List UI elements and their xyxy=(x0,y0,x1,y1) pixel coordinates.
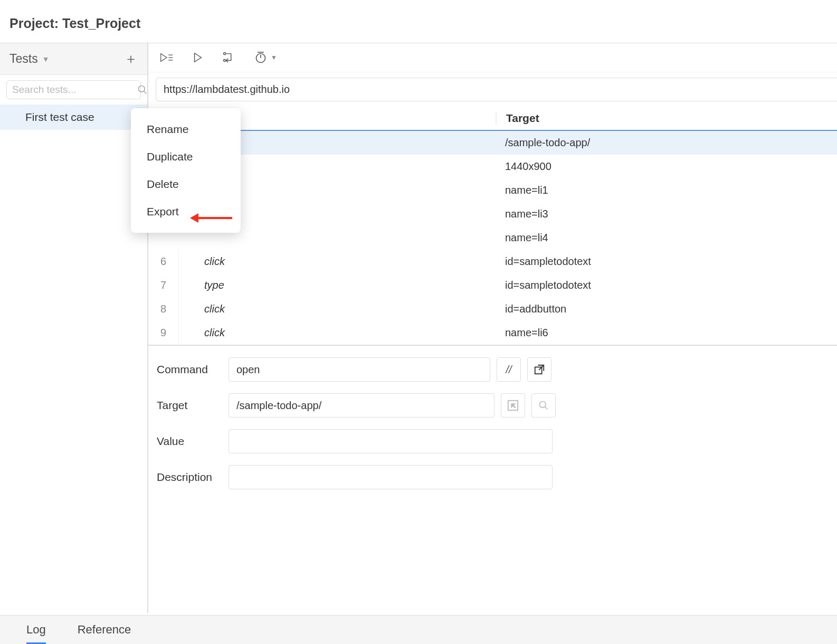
row-target: id=addbutton xyxy=(496,303,837,315)
row-command: click xyxy=(179,303,496,315)
command-row[interactable]: 6clickid=sampletodotext xyxy=(148,250,837,273)
svg-point-0 xyxy=(139,86,145,92)
svg-point-7 xyxy=(224,53,226,55)
command-row[interactable]: 7typeid=sampletodotext xyxy=(148,273,837,297)
test-list-item-label: First test case xyxy=(25,111,94,123)
menu-item-export[interactable]: Export xyxy=(131,198,241,225)
project-name: Test_Project xyxy=(62,16,140,31)
find-target-button[interactable] xyxy=(531,393,556,418)
base-url-input[interactable]: https://lambdatest.github.io xyxy=(156,78,837,101)
base-url-value: https://lambdatest.github.io xyxy=(164,83,290,95)
search-input[interactable] xyxy=(12,84,137,96)
toggle-comment-button[interactable]: // xyxy=(497,357,521,382)
row-target: name=li6 xyxy=(496,327,837,339)
speed-button[interactable]: ▼ xyxy=(255,51,277,64)
row-target: id=sampletodotext xyxy=(496,255,837,268)
toolbar: ▼ xyxy=(148,43,837,72)
command-grid: /sample-todo-app/ndow size1440x900name=l… xyxy=(148,131,837,345)
row-target: 1440x900 xyxy=(496,160,837,173)
row-number: 7 xyxy=(148,273,179,297)
row-number: 8 xyxy=(148,297,179,321)
command-row[interactable]: 9clickname=li6 xyxy=(148,321,837,345)
row-command: click xyxy=(179,327,496,339)
search-icon xyxy=(137,84,148,95)
command-row[interactable]: 8clickid=addbutton xyxy=(148,297,837,321)
detail-command-label: Command xyxy=(157,363,222,376)
select-target-button[interactable] xyxy=(501,393,525,418)
row-command: type xyxy=(179,279,496,291)
row-command: click xyxy=(179,255,496,268)
svg-marker-6 xyxy=(195,53,202,62)
detail-description-input[interactable] xyxy=(229,465,553,489)
command-row[interactable]: name=li3 xyxy=(148,202,837,226)
chevron-down-icon[interactable]: ▼ xyxy=(42,55,50,63)
footer-tabs: Log Reference xyxy=(0,615,837,644)
detail-target-input[interactable]: /sample-todo-app/ xyxy=(229,393,494,418)
row-number: 6 xyxy=(148,250,179,273)
detail-target-label: Target xyxy=(157,399,222,412)
step-button[interactable] xyxy=(222,51,236,64)
main-panel: ▼ https://lambdatest.github.io Command T… xyxy=(148,43,837,613)
project-label: Project: xyxy=(9,16,59,31)
detail-value-label: Value xyxy=(157,435,222,448)
svg-line-16 xyxy=(545,407,548,410)
command-row[interactable]: name=li4 xyxy=(148,226,837,250)
row-number: 9 xyxy=(148,321,179,345)
svg-marker-2 xyxy=(161,54,167,62)
detail-value-input[interactable] xyxy=(229,429,553,453)
tests-panel-header: Tests ▼ ＋ xyxy=(0,43,147,75)
row-target: id=sampletodotext xyxy=(496,279,837,291)
tab-reference[interactable]: Reference xyxy=(78,623,131,637)
tests-title[interactable]: Tests xyxy=(9,52,38,66)
row-target: /sample-todo-app/ xyxy=(496,137,837,149)
context-menu: Rename Duplicate Delete Export xyxy=(131,108,241,233)
detail-command-value: open xyxy=(236,364,260,376)
detail-command-select[interactable]: open ▼ xyxy=(229,357,490,382)
open-new-window-button[interactable] xyxy=(527,357,551,382)
add-test-button[interactable]: ＋ xyxy=(124,50,138,68)
search-input-wrap[interactable] xyxy=(6,80,141,99)
row-target: name=li1 xyxy=(496,184,837,196)
command-grid-header: Command Target xyxy=(148,107,837,131)
svg-point-15 xyxy=(540,402,546,408)
project-header: Project: Test_Project xyxy=(0,0,837,43)
sidebar: Tests ▼ ＋ First test case xyxy=(0,43,148,613)
command-row[interactable]: ndow size1440x900 xyxy=(148,155,837,178)
run-button[interactable] xyxy=(193,52,203,63)
detail-description-label: Description xyxy=(157,471,222,484)
menu-item-rename[interactable]: Rename xyxy=(131,116,241,143)
column-target: Target xyxy=(496,112,837,125)
svg-point-8 xyxy=(224,60,226,62)
command-row[interactable]: name=li1 xyxy=(148,178,837,202)
svg-line-1 xyxy=(144,91,147,94)
detail-panel: Command open ▼ // Target /sample-todo-ap… xyxy=(148,345,837,507)
svg-line-13 xyxy=(539,365,544,370)
run-all-button[interactable] xyxy=(160,52,174,63)
test-list-item[interactable]: First test case xyxy=(0,105,147,130)
menu-item-delete[interactable]: Delete xyxy=(131,171,241,198)
row-target: name=li3 xyxy=(496,208,837,220)
row-target: name=li4 xyxy=(496,232,837,244)
detail-target-value: /sample-todo-app/ xyxy=(236,400,321,412)
menu-item-duplicate[interactable]: Duplicate xyxy=(131,143,241,171)
tab-log[interactable]: Log xyxy=(26,623,46,644)
command-row[interactable]: /sample-todo-app/ xyxy=(148,131,837,155)
